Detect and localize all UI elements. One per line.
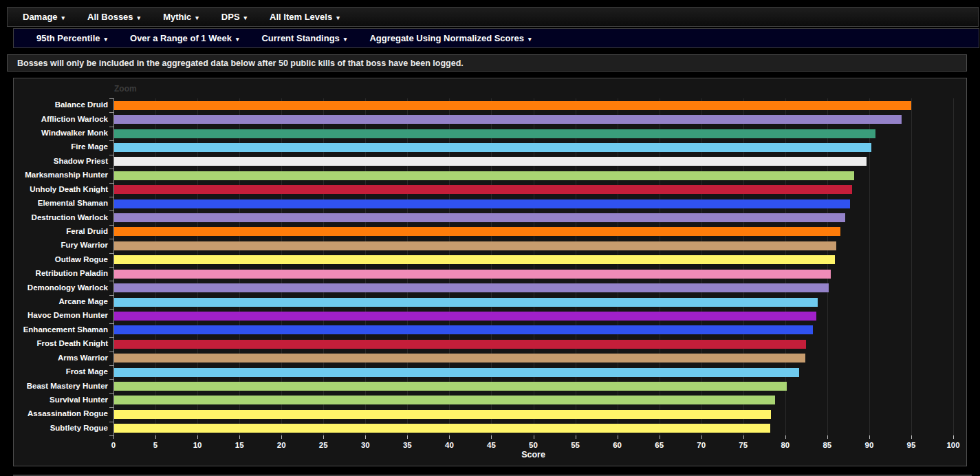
chart-panel: Zoom Balance DruidAffliction WarlockWind… (13, 78, 967, 466)
bar-marksmanship-hunter[interactable] (114, 171, 854, 180)
filter-mythic[interactable]: Mythic▾ (163, 12, 199, 22)
dropdown-label: All Item Levels (270, 12, 332, 22)
bar-unholy-death-knight[interactable] (114, 185, 852, 194)
option-over-a-range-of-1-week[interactable]: Over a Range of 1 Week▾ (130, 33, 239, 43)
bar-elemental-shaman[interactable] (114, 199, 850, 208)
bar-row (114, 129, 875, 138)
plot-area: Balance DruidAffliction WarlockWindwalke… (113, 98, 967, 435)
bar-subtlety-rogue[interactable] (114, 424, 770, 433)
category-label: Unholy Death Knight (0, 185, 108, 193)
category-label: Assassination Rogue (0, 409, 108, 418)
y-axis-tick (109, 127, 113, 127)
bar-row (114, 185, 852, 194)
bar-affliction-warlock[interactable] (114, 115, 902, 124)
bar-row (114, 270, 831, 279)
bar-survival-hunter[interactable] (114, 396, 775, 404)
bar-demonology-warlock[interactable] (114, 283, 829, 292)
dropdown-label: Current Standings (261, 33, 339, 43)
option-95th-percentile[interactable]: 95th Percentile▾ (36, 33, 107, 43)
x-tick-label: 50 (520, 441, 547, 449)
x-tick-label: 55 (562, 441, 589, 449)
bar-frost-death-knight[interactable] (114, 340, 806, 349)
y-axis-tick (109, 267, 113, 268)
bar-row (114, 396, 775, 404)
y-axis-tick (109, 379, 113, 380)
bar-assassination-rogue[interactable] (114, 410, 771, 419)
bar-row (114, 255, 835, 264)
bar-fire-mage[interactable] (114, 143, 871, 152)
option-aggregate-using-normalized-scores[interactable]: Aggregate Using Normalized Scores▾ (369, 33, 531, 43)
bar-row (114, 368, 799, 377)
x-axis-tick (113, 435, 114, 439)
bar-arms-warrior[interactable] (114, 354, 805, 363)
option-current-standings[interactable]: Current Standings▾ (261, 33, 347, 43)
bar-destruction-warlock[interactable] (114, 213, 845, 222)
bar-havoc-demon-hunter[interactable] (114, 312, 816, 321)
dropdown-label: Damage (23, 12, 58, 22)
dropdown-label: Mythic (163, 12, 191, 22)
bar-row (114, 241, 836, 250)
zoom-reset-label: Zoom (114, 84, 137, 94)
filter-all-item-levels[interactable]: All Item Levels▾ (270, 12, 340, 22)
bar-feral-druid[interactable] (114, 227, 840, 236)
bar-enhancement-shaman[interactable] (114, 325, 813, 334)
x-tick-label: 70 (688, 441, 715, 449)
x-axis-tick (743, 435, 744, 439)
y-axis-tick (109, 112, 113, 113)
x-tick-label: 100 (939, 441, 967, 449)
gridline-95 (911, 98, 912, 435)
category-label: Destruction Warlock (0, 213, 108, 221)
x-tick-label: 5 (142, 441, 169, 449)
bar-row (114, 283, 829, 292)
bar-retribution-paladin[interactable] (114, 270, 831, 279)
y-axis-tick (109, 225, 113, 226)
category-label: Havoc Demon Hunter (0, 311, 108, 319)
bar-shadow-priest[interactable] (114, 157, 867, 166)
y-axis-tick (109, 253, 113, 254)
y-axis-tick (109, 197, 113, 197)
filter-all-bosses[interactable]: All Bosses▾ (87, 12, 140, 22)
caret-down-icon: ▾ (236, 36, 239, 43)
bar-row (114, 382, 787, 391)
x-tick-label: 25 (309, 441, 337, 449)
x-axis-tick (281, 435, 282, 439)
category-label: Elemental Shaman (0, 199, 108, 207)
y-axis-tick (109, 155, 113, 155)
bar-row (114, 213, 845, 222)
bar-windwalker-monk[interactable] (114, 129, 875, 138)
x-tick-label: 0 (100, 441, 127, 449)
category-label: Feral Druid (0, 227, 108, 235)
category-label: Balance Druid (0, 100, 108, 109)
bar-outlaw-rogue[interactable] (114, 255, 835, 264)
bar-balance-druid[interactable] (114, 101, 911, 110)
x-axis-tick (534, 435, 534, 439)
bar-fury-warrior[interactable] (114, 241, 836, 250)
bar-frost-mage[interactable] (114, 368, 799, 377)
y-axis-tick (109, 281, 113, 281)
bar-row (114, 157, 867, 166)
y-axis-tick (109, 239, 113, 239)
notice-bar: Bosses will only be included in the aggr… (7, 54, 967, 72)
x-axis-tick (239, 435, 240, 439)
bar-row (114, 424, 770, 433)
caret-down-icon: ▾ (528, 36, 532, 43)
x-axis-tick (785, 435, 786, 439)
y-axis-tick (109, 210, 113, 211)
y-axis-tick (109, 422, 113, 422)
x-tick-label: 90 (856, 441, 883, 449)
filter-damage[interactable]: Damage▾ (23, 12, 65, 22)
bar-beast-mastery-hunter[interactable] (114, 382, 787, 391)
filter-dps[interactable]: DPS▾ (221, 12, 247, 22)
bar-arcane-mage[interactable] (114, 298, 818, 307)
y-axis-tick (109, 309, 113, 310)
category-label: Arms Warrior (0, 354, 108, 362)
y-axis-tick (109, 183, 113, 184)
y-axis-tick (109, 351, 113, 352)
x-axis-tick (576, 435, 576, 439)
dropdown-label: Over a Range of 1 Week (130, 33, 232, 43)
x-axis-tick (491, 435, 492, 439)
bar-row (114, 143, 871, 152)
caret-down-icon: ▾ (344, 36, 347, 43)
category-label: Affliction Warlock (0, 115, 108, 123)
category-label: Arcane Mage (0, 297, 108, 305)
